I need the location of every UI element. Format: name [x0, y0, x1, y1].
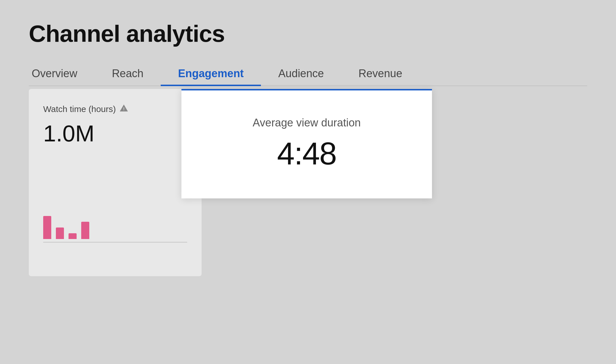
tab-engagement[interactable]: Engagement: [161, 65, 261, 86]
svg-text:!: !: [123, 107, 125, 111]
tab-overview[interactable]: Overview: [29, 65, 94, 86]
tab-revenue[interactable]: Revenue: [341, 65, 420, 86]
page-title: Channel analytics: [29, 20, 587, 47]
watch-time-value: 1.0M: [43, 120, 187, 147]
watch-time-label: Watch time (hours) !: [43, 103, 187, 115]
chart-bar-2: [56, 227, 64, 239]
page-container: Channel analytics Overview Reach Engagem…: [0, 0, 616, 364]
tab-reach[interactable]: Reach: [94, 65, 161, 86]
chart-divider: [43, 242, 187, 242]
chart-bar-3: [69, 233, 77, 239]
warning-triangle-icon: !: [119, 103, 128, 115]
watch-time-card: Watch time (hours) ! 1.0M: [29, 89, 202, 276]
avg-view-duration-label: Average view duration: [253, 117, 361, 129]
tabs-container: Overview Reach Engagement Audience Reven…: [29, 65, 587, 86]
chart-area: [43, 199, 187, 239]
avg-view-duration-value: 4:48: [277, 138, 336, 169]
chart-bar-1: [43, 216, 51, 239]
tab-audience[interactable]: Audience: [261, 65, 341, 86]
content-wrapper: Watch time (hours) ! 1.0M Average view d…: [29, 89, 587, 308]
chart-bar-4: [81, 222, 89, 239]
avg-view-duration-panel: Average view duration 4:48: [181, 89, 432, 198]
